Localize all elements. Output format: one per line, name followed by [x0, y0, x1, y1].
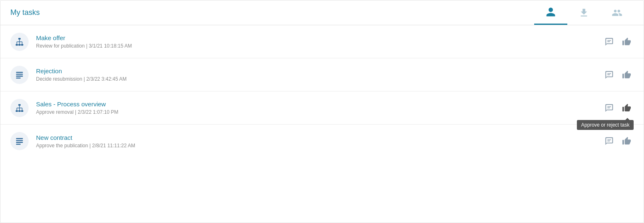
svg-rect-15 [607, 73, 611, 74]
tab-person[interactable] [534, 0, 567, 25]
task-row: Make offer Review for publication | 3/1/… [0, 25, 644, 58]
svg-rect-30 [16, 142, 23, 143]
svg-rect-20 [21, 110, 23, 112]
task-info: Rejection Decide resubmission | 2/3/22 3… [36, 67, 602, 82]
approve-reject-button[interactable] [620, 101, 634, 115]
task-list: Make offer Review for publication | 3/1/… [0, 25, 644, 158]
task-row: Rejection Decide resubmission | 2/3/22 3… [0, 58, 644, 91]
task-actions [602, 35, 634, 49]
task-title[interactable]: New contract [36, 134, 602, 141]
task-info: New contract Approve the publication | 2… [36, 134, 602, 149]
task-meta: Decide resubmission | 2/3/22 3:42:45 AM [36, 76, 602, 82]
task-row: New contract Approve the publication | 2… [0, 125, 644, 158]
task-icon-list [10, 132, 29, 150]
comment-button[interactable] [602, 134, 616, 148]
svg-rect-13 [16, 75, 23, 76]
comment-button[interactable] [602, 35, 616, 49]
task-icon-hierarchy [10, 99, 29, 117]
svg-rect-27 [607, 108, 610, 108]
task-meta: Approve the publication | 2/8/21 11:11:2… [36, 143, 602, 149]
svg-rect-29 [16, 140, 23, 141]
svg-rect-26 [607, 106, 611, 107]
svg-rect-11 [16, 72, 23, 72]
approve-reject-button[interactable] [620, 68, 634, 82]
task-icon-list [10, 66, 29, 84]
svg-rect-17 [18, 104, 21, 106]
task-actions [602, 68, 634, 82]
task-meta: Approve removal | 2/3/22 1:07:10 PM [36, 109, 602, 115]
svg-rect-3 [21, 44, 23, 46]
tab-download[interactable] [567, 0, 600, 25]
svg-rect-2 [18, 44, 21, 46]
task-row: Sales - Process overview Approve removal… [0, 91, 644, 125]
svg-rect-28 [16, 138, 23, 139]
tab-icons [534, 0, 634, 25]
tab-group[interactable] [600, 0, 634, 25]
panel-title: My tasks [10, 8, 40, 17]
svg-rect-18 [16, 110, 18, 112]
comment-button[interactable] [602, 68, 616, 82]
svg-rect-19 [18, 110, 21, 112]
svg-rect-33 [607, 141, 610, 141]
svg-rect-32 [607, 139, 611, 140]
task-meta: Review for publication | 3/1/21 10:18:15… [36, 43, 602, 49]
task-title[interactable]: Rejection [36, 67, 602, 74]
comment-button[interactable] [602, 101, 616, 115]
task-actions [602, 134, 634, 148]
svg-rect-9 [607, 40, 611, 41]
svg-rect-12 [16, 74, 23, 74]
svg-rect-14 [16, 77, 21, 78]
svg-rect-10 [607, 41, 610, 42]
svg-rect-31 [16, 144, 21, 144]
task-info: Sales - Process overview Approve removal… [36, 101, 602, 115]
svg-rect-16 [607, 74, 610, 75]
task-info: Make offer Review for publication | 3/1/… [36, 34, 602, 49]
task-title[interactable]: Make offer [36, 34, 602, 41]
svg-rect-0 [18, 38, 21, 39]
panel-header: My tasks [0, 0, 644, 25]
approve-reject-container: Approve or reject task [620, 101, 634, 115]
task-icon-hierarchy [10, 33, 29, 51]
approve-reject-button[interactable] [620, 35, 634, 49]
my-tasks-panel: My tasks [0, 0, 644, 223]
svg-rect-1 [16, 44, 18, 46]
task-title[interactable]: Sales - Process overview [36, 101, 602, 108]
approve-reject-button[interactable] [620, 134, 634, 148]
task-actions: Approve or reject task [602, 101, 634, 115]
